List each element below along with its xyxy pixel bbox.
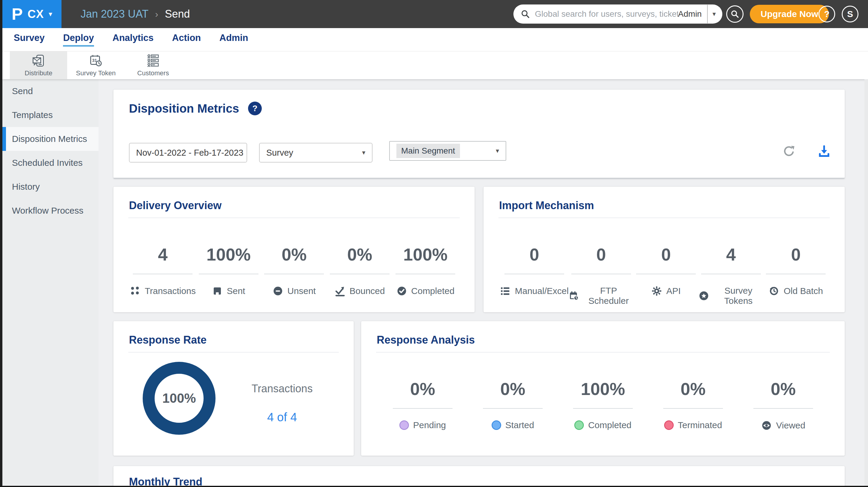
delivery-stats: 4 Transactions 100% Sent 0% Unsent 0% <box>114 245 474 296</box>
stat-label: FTP Scheduler <box>584 286 633 306</box>
stat-terminated: 0% Terminated <box>648 379 738 431</box>
stat-value: 0% <box>738 379 828 399</box>
rate-fraction: 4 of 4 <box>239 410 326 424</box>
sidebar-item-history[interactable]: History <box>2 175 98 199</box>
stat-label: Old Batch <box>783 286 823 296</box>
tab-deploy[interactable]: Deploy <box>63 33 94 47</box>
search-scope-divider <box>707 5 708 23</box>
sidebar-item-disposition-metrics[interactable]: Disposition Metrics <box>2 127 98 151</box>
pending-dot-icon <box>399 420 409 430</box>
refresh-button[interactable] <box>782 144 796 159</box>
stat-value: 0% <box>261 245 327 264</box>
stat-label: Started <box>505 420 534 430</box>
tab-analytics[interactable]: Analytics <box>113 33 154 47</box>
sidebar-item-label: Scheduled Invites <box>12 158 83 168</box>
tab-admin[interactable]: Admin <box>219 33 248 47</box>
download-icon <box>817 144 831 158</box>
stat-label: Unsent <box>287 286 316 296</box>
product-label: CX <box>27 8 44 21</box>
tab-action[interactable]: Action <box>172 33 201 47</box>
monthly-trend-card: Monthly Trend <box>114 466 845 487</box>
breadcrumb-current: Send <box>165 8 190 20</box>
terminated-dot-icon <box>664 420 674 430</box>
calendar-clock-icon <box>569 290 579 301</box>
stat-api: 0 API <box>634 245 699 306</box>
stat-label: Sent <box>227 286 245 296</box>
completed-dot-icon <box>574 420 584 430</box>
toolbar-item-distribute[interactable]: Distribute <box>10 51 67 79</box>
bounced-icon <box>335 286 345 296</box>
toolbar-item-survey-token[interactable]: 31 Survey Token <box>67 51 124 79</box>
help-button[interactable]: ? <box>818 6 835 22</box>
toolbar-item-label: Distribute <box>25 69 53 77</box>
stat-rule <box>571 274 631 274</box>
segment-chip: Main Segment <box>396 144 460 158</box>
date-range-field[interactable] <box>129 143 247 163</box>
transactions-icon <box>130 286 141 296</box>
started-dot-icon <box>492 420 501 430</box>
search-scope-select[interactable]: Admin <box>678 9 702 19</box>
stat-value: 100% <box>558 379 648 399</box>
sidebar-item-workflow-process[interactable]: Workflow Process <box>2 199 98 223</box>
unsent-icon <box>273 286 283 296</box>
toolbar-item-label: Survey Token <box>76 69 116 77</box>
page-help-icon[interactable]: ? <box>248 102 262 115</box>
donut-percent: 100% <box>162 391 196 406</box>
chevron-down-icon: ▾ <box>496 147 499 155</box>
search-icon <box>521 9 530 19</box>
workspace-switcher[interactable]: P CX ▾ <box>2 0 61 28</box>
sidebar-item-templates[interactable]: Templates <box>2 103 98 127</box>
chevron-down-icon: ▾ <box>362 149 365 156</box>
stat-label: Terminated <box>678 420 722 430</box>
survey-select[interactable]: Survey ▾ <box>259 143 373 163</box>
rate-label: Transactions <box>239 382 326 395</box>
stat-rule <box>701 274 761 274</box>
stat-value: 100% <box>196 245 261 264</box>
response-rate-donut: 100% <box>143 362 216 435</box>
stat-rule <box>663 408 723 409</box>
upgrade-button[interactable]: Upgrade Now <box>750 5 829 23</box>
stat-rule <box>636 274 696 274</box>
date-range-input[interactable] <box>136 148 249 158</box>
stat-unsent: 0% Unsent <box>261 245 327 296</box>
workspace-caret-icon: ▾ <box>49 10 52 18</box>
stat-value: 4 <box>699 245 763 264</box>
card-title: Monthly Trend <box>129 476 203 487</box>
download-button[interactable] <box>817 144 832 159</box>
response-rate-summary: Transactions 4 of 4 <box>239 382 326 424</box>
sidebar-item-scheduled-invites[interactable]: Scheduled Invites <box>2 151 98 175</box>
import-stats: 0 Manual/Excel 0 FTP Scheduler 0 API 4 <box>484 245 845 306</box>
stat-value: 0 <box>634 245 699 264</box>
scrollbar[interactable] <box>864 79 868 487</box>
stat-label: Survey Tokens <box>713 286 763 306</box>
primary-nav: Survey Deploy Analytics Action Admin <box>2 28 868 51</box>
global-search-input[interactable] <box>535 9 678 19</box>
toolbar-item-customers[interactable]: Customers <box>124 51 182 79</box>
avatar-button[interactable]: S <box>842 6 859 22</box>
stat-rule <box>330 274 390 274</box>
stat-value: 4 <box>130 245 196 264</box>
stat-started: 0% Started <box>468 379 558 431</box>
search-scope-caret-icon[interactable]: ▾ <box>712 10 716 18</box>
card-title: Response Rate <box>129 334 207 346</box>
stat-completed-analysis: 100% Completed <box>558 379 648 431</box>
stat-sent: 100% Sent <box>196 245 261 296</box>
response-rate-card: Response Rate 100% Transactions 4 of 4 <box>114 321 354 456</box>
tab-survey[interactable]: Survey <box>14 33 44 47</box>
search-button[interactable] <box>726 5 744 23</box>
sidebar-item-send[interactable]: Send <box>2 79 98 103</box>
breadcrumb-survey-link[interactable]: Jan 2023 UAT <box>81 8 148 20</box>
survey-select-value: Survey <box>266 148 293 158</box>
stat-rule <box>573 408 633 409</box>
response-analysis-card: Response Analysis 0% Pending 0% Started … <box>361 321 845 456</box>
segment-select[interactable]: Main Segment ▾ <box>389 141 506 161</box>
sent-icon <box>212 286 223 296</box>
stat-pending: 0% Pending <box>378 379 468 431</box>
divider <box>128 218 460 218</box>
deploy-toolbar: Distribute 31 Survey Token Customers <box>2 51 868 79</box>
stat-rule <box>396 274 455 274</box>
stat-value: 0 <box>500 245 569 264</box>
stat-bounced: 0% Bounced <box>327 245 393 296</box>
refresh-icon <box>782 144 796 158</box>
stat-label: Transactions <box>145 286 196 296</box>
